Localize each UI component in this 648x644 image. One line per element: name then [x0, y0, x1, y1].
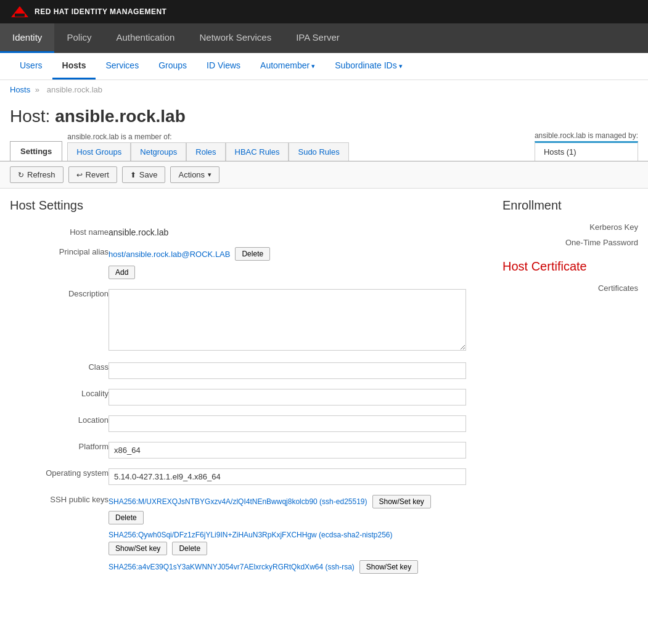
one-time-password-label: One-Time Password — [502, 238, 638, 247]
ssh-key-1-show-button[interactable]: Show/Set key — [372, 495, 431, 508]
actions-button[interactable]: Actions — [170, 166, 219, 183]
managed-by-label: ansible.rock.lab is managed by: — [535, 131, 638, 140]
toolbar: ↻ Refresh ↩ Revert ⬆ Save Actions — [0, 161, 648, 189]
locality-input[interactable] — [109, 389, 466, 406]
field-ssh-keys: SSH public keys SHA256:M/UXREXQJsNTBYGxz… — [10, 490, 488, 584]
platform-input[interactable] — [109, 442, 466, 459]
sub-nav: Users Hosts Services Groups ID Views Aut… — [0, 53, 648, 80]
host-certificate-title: Host Certificate — [502, 259, 638, 274]
field-hostname-label: Host name — [10, 222, 109, 242]
page-title-prefix: Host: — [10, 107, 50, 126]
ssh-key-3: SHA256:a4vE39Q1sY3aKWNNYJ054vr7AElxrckyR… — [109, 560, 488, 574]
main-content: Host Settings Host name ansible.rock.lab… — [10, 198, 488, 584]
member-of-label: ansible.rock.lab is a member of: — [67, 132, 522, 141]
member-tabs: Host Groups Netgroups Roles HBAC Rules S… — [67, 142, 522, 161]
subnav-subordinate-ids-dropdown[interactable]: Subordinate IDs — [325, 53, 412, 79]
tab-managed-hosts[interactable]: Hosts (1) — [535, 141, 638, 161]
os-input[interactable] — [109, 468, 466, 485]
ssh-key-1-hash: SHA256:M/UXREXQJsNTBYGxzv4A/zlQI4tNEnBww… — [109, 497, 367, 506]
nav-ipa-server[interactable]: IPA Server — [284, 23, 352, 53]
subnav-users[interactable]: Users — [10, 53, 52, 79]
nav-network-services[interactable]: Network Services — [187, 23, 284, 53]
subnav-automember[interactable]: Automember — [250, 53, 325, 79]
redhat-logo-icon — [10, 5, 30, 18]
top-bar: RED HAT IDENTITY MANAGEMENT — [0, 0, 648, 23]
field-principal-alias-label: Principal alias — [10, 242, 109, 284]
nav-authentication[interactable]: Authentication — [104, 23, 187, 53]
ssh-key-2: SHA256:Qywh0Sqi/DFz1zF6jYLi9IN+ZiHAuN3Rp… — [109, 529, 488, 555]
tab-roles[interactable]: Roles — [186, 142, 225, 161]
field-platform-label: Platform — [10, 437, 109, 463]
field-os-label: Operating system — [10, 463, 109, 490]
ssh-key-3-hash: SHA256:a4vE39Q1sY3aKWNNYJ054vr7AElxrckyR… — [109, 563, 355, 571]
refresh-button[interactable]: ↻ Refresh — [10, 166, 64, 183]
page-title-name: ansible.rock.lab — [55, 107, 186, 126]
principal-alias-group: host/ansible.rock.lab@ROCK.LAB Delete — [109, 247, 488, 261]
member-of-group: ansible.rock.lab is a member of: Host Gr… — [67, 132, 522, 161]
field-hostname: Host name ansible.rock.lab — [10, 222, 488, 242]
app-name: RED HAT IDENTITY MANAGEMENT — [35, 7, 166, 16]
breadcrumb-current: ansible.rock.lab — [47, 85, 102, 94]
managed-by-group: ansible.rock.lab is managed by: Hosts (1… — [535, 131, 638, 161]
breadcrumb-separator: » — [35, 85, 39, 94]
subnav-groups[interactable]: Groups — [149, 53, 197, 79]
ssh-key-3-show-button[interactable]: Show/Set key — [359, 560, 418, 574]
subnav-hosts[interactable]: Hosts — [52, 53, 96, 79]
alias-delete-button[interactable]: Delete — [235, 247, 270, 261]
field-description: Description — [10, 284, 488, 357]
description-textarea[interactable] — [109, 289, 466, 351]
page-title: Host: ansible.rock.lab — [0, 99, 648, 131]
subnav-subordinate-ids[interactable]: Subordinate IDs — [325, 53, 412, 79]
certificates-label: Certificates — [502, 283, 638, 293]
nav-identity[interactable]: Identity — [0, 23, 54, 53]
tabs-row: Settings ansible.rock.lab is a member of… — [10, 131, 638, 161]
field-class: Class — [10, 357, 488, 384]
save-icon: ⬆ — [130, 171, 136, 179]
ssh-key-2-delete-button[interactable]: Delete — [172, 542, 207, 555]
tab-host-groups[interactable]: Host Groups — [67, 142, 131, 161]
field-platform: Platform — [10, 437, 488, 463]
field-principal-alias: Principal alias host/ansible.rock.lab@RO… — [10, 242, 488, 284]
revert-button[interactable]: ↩ Revert — [68, 166, 117, 183]
main-nav: Identity Policy Authentication Network S… — [0, 23, 648, 53]
content-area: Host Settings Host name ansible.rock.lab… — [0, 189, 648, 593]
field-location: Location — [10, 410, 488, 437]
app-logo: RED HAT IDENTITY MANAGEMENT — [10, 5, 166, 18]
ssh-key-1: SHA256:M/UXREXQJsNTBYGxzv4A/zlQI4tNEnBww… — [109, 495, 488, 524]
kerberos-key-label: Kerberos Key — [502, 222, 638, 232]
location-input[interactable] — [109, 415, 466, 432]
revert-icon: ↩ — [76, 171, 83, 179]
field-class-label: Class — [10, 357, 109, 384]
field-locality: Locality — [10, 384, 488, 410]
field-location-label: Location — [10, 410, 109, 437]
tabs-section: Settings ansible.rock.lab is a member of… — [0, 131, 648, 161]
breadcrumb-parent[interactable]: Hosts — [10, 85, 30, 94]
hostname-value: ansible.rock.lab — [109, 225, 168, 237]
host-settings-form: Host name ansible.rock.lab Principal ali… — [10, 222, 488, 584]
field-locality-label: Locality — [10, 384, 109, 410]
ssh-key-2-show-button[interactable]: Show/Set key — [109, 542, 167, 555]
field-ssh-keys-label: SSH public keys — [10, 490, 109, 584]
field-os: Operating system — [10, 463, 488, 490]
side-content: Enrollment Kerberos Key One-Time Passwor… — [502, 198, 638, 584]
alias-add-button[interactable]: Add — [109, 266, 135, 279]
nav-policy[interactable]: Policy — [54, 23, 104, 53]
tab-sudo-rules[interactable]: Sudo Rules — [289, 142, 348, 161]
class-input[interactable] — [109, 362, 466, 379]
enrollment-title: Enrollment — [502, 198, 638, 213]
ssh-key-1-delete-button[interactable]: Delete — [109, 511, 144, 524]
refresh-icon: ↻ — [18, 171, 24, 179]
subnav-services[interactable]: Services — [96, 53, 149, 79]
subnav-id-views[interactable]: ID Views — [197, 53, 250, 79]
svg-rect-1 — [15, 14, 25, 17]
tab-hbac-rules[interactable]: HBAC Rules — [226, 142, 289, 161]
host-settings-title: Host Settings — [10, 198, 488, 213]
ssh-key-2-hash: SHA256:Qywh0Sqi/DFz1zF6jYLi9IN+ZiHAuN3Rp… — [109, 531, 393, 539]
alias-value: host/ansible.rock.lab@ROCK.LAB — [109, 250, 230, 259]
field-description-label: Description — [10, 284, 109, 357]
breadcrumb: Hosts » ansible.rock.lab — [0, 80, 648, 99]
settings-tab[interactable]: Settings — [10, 141, 62, 161]
tab-netgroups[interactable]: Netgroups — [131, 142, 186, 161]
subnav-automember-dropdown[interactable]: Automember — [250, 53, 325, 79]
save-button[interactable]: ⬆ Save — [122, 166, 166, 183]
